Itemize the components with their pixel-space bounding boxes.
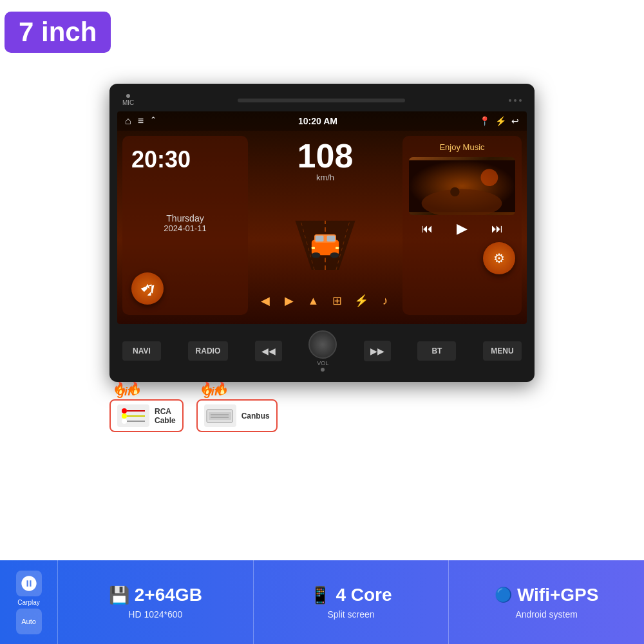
top-dot-1 <box>509 99 511 102</box>
status-bar: ⌂ ≡ ⌃ 10:20 AM 📍 ⚡ ↩ <box>117 111 527 131</box>
gift-item-rca: 🔥 🔥 gift RCACable <box>109 399 184 432</box>
back-icon[interactable]: ↩ <box>511 116 519 126</box>
gifts-section: 🔥 🔥 gift RCACable 🔥 <box>109 399 535 432</box>
nav-button[interactable] <box>131 272 164 305</box>
core-icon: 📱 <box>310 585 330 605</box>
vol-knob[interactable] <box>308 330 337 359</box>
album-art-svg <box>409 157 515 215</box>
svg-point-16 <box>450 187 459 196</box>
screen[interactable]: ⌂ ≡ ⌃ 10:20 AM 📍 ⚡ ↩ 20:30 Thursday 2024… <box>117 111 527 324</box>
storage-sub: HD 1024*600 <box>128 609 182 620</box>
svg-rect-12 <box>336 247 339 249</box>
svg-rect-8 <box>327 236 336 242</box>
bt-button[interactable]: BT <box>417 341 456 361</box>
svg-point-10 <box>330 252 339 258</box>
svg-rect-11 <box>312 247 315 249</box>
rca-cable-image <box>117 404 149 427</box>
svg-point-17 <box>122 408 127 413</box>
road-svg <box>253 199 397 270</box>
svg-point-18 <box>122 413 127 419</box>
cd-slot <box>238 99 405 102</box>
enjoy-music-label: Enjoy Music <box>409 142 515 152</box>
status-time: 10:20 AM <box>298 116 337 126</box>
top-dots <box>509 99 522 102</box>
svg-rect-24 <box>209 412 231 420</box>
radio-top-bar: MIC <box>117 91 527 111</box>
nav-arrow-btn[interactable]: ▲ <box>301 289 325 312</box>
svg-rect-7 <box>316 236 324 242</box>
gift-label-2: gift <box>204 385 222 399</box>
center-panel: 108 km/h <box>253 136 397 315</box>
back-btn[interactable]: ◀ <box>254 289 277 312</box>
mic-section: MIC <box>122 94 134 106</box>
bluetooth-icon[interactable]: ⚡ <box>495 116 506 126</box>
up-icon[interactable]: ⌃ <box>150 115 156 127</box>
top-dot-3 <box>519 99 522 102</box>
location-icon[interactable]: 📍 <box>479 116 490 126</box>
status-right-icons: 📍 ⚡ ↩ <box>479 116 519 126</box>
music-btn[interactable]: ♪ <box>374 289 397 312</box>
carplay-label: Carplay <box>17 599 39 606</box>
gift-box-rca: RCACable <box>109 399 184 432</box>
rca-label: RCACable <box>155 407 176 425</box>
carplay-icon <box>16 571 42 596</box>
speed-display: 108 km/h <box>298 139 354 182</box>
svg-point-19 <box>122 419 127 424</box>
core-value: 4 Core <box>336 585 392 605</box>
bt-btn[interactable]: ⚡ <box>350 289 373 312</box>
screen-content: 20:30 Thursday 2024-01-11 108 km/h <box>117 131 527 320</box>
clock-date: 2024-01-11 <box>131 223 239 233</box>
status-left-icons: ⌂ ≡ ⌃ <box>125 115 156 127</box>
next-track-btn[interactable]: ⏭ <box>491 222 503 236</box>
music-controls: ⏮ ▶ ⏭ <box>409 220 515 237</box>
spec-storage: 💾 2+64GB HD 1024*600 <box>58 560 254 644</box>
prev-track-btn[interactable]: ⏮ <box>421 222 433 236</box>
physical-controls: NAVI RADIO ◀◀ VOL ▶▶ BT MENU <box>117 324 527 372</box>
play-pause-btn[interactable]: ▶ <box>457 220 468 237</box>
menu-icon[interactable]: ≡ <box>138 115 144 127</box>
mic-label: MIC <box>122 99 134 106</box>
navi-button[interactable]: NAVI <box>122 341 161 361</box>
vol-label: VOL <box>317 360 328 366</box>
play-btn[interactable]: ▶ <box>278 289 301 312</box>
size-badge: 7 inch <box>5 12 111 53</box>
core-main: 📱 4 Core <box>310 585 392 605</box>
storage-main: 💾 2+64GB <box>109 585 202 605</box>
settings-button[interactable]: ⚙ <box>483 242 515 274</box>
svg-point-9 <box>312 252 321 258</box>
bottom-icons-row: ◀ ▶ ▲ ⊞ ⚡ ♪ <box>253 287 397 315</box>
spec-connectivity: 🔵 Wifi+GPS Android system <box>449 560 644 644</box>
top-dot-2 <box>514 99 516 102</box>
vol-area: VOL <box>308 330 337 372</box>
home-icon[interactable]: ⌂ <box>125 115 131 127</box>
specs-bar: Carplay Auto 💾 2+64GB HD 1024*600 📱 4 Co… <box>0 560 644 644</box>
gift-box-canbus: Canbus <box>196 399 278 432</box>
power-dot <box>321 368 325 372</box>
gift-label-1: gift <box>117 385 135 399</box>
spec-core: 📱 4 Core Split screen <box>254 560 450 644</box>
storage-icon: 💾 <box>109 585 129 605</box>
menu-button[interactable]: MENU <box>483 341 522 361</box>
clock-day: Thursday <box>131 213 239 223</box>
prev-button[interactable]: ◀◀ <box>255 341 282 361</box>
canbus-image <box>204 404 236 427</box>
canbus-label: Canbus <box>242 412 270 421</box>
mic-dot <box>126 94 130 98</box>
bluetooth-wifi-icon: 🔵 <box>495 587 512 603</box>
core-sub: Split screen <box>327 609 374 620</box>
connectivity-sub: Android system <box>515 609 577 620</box>
apps-btn[interactable]: ⊞ <box>326 289 349 312</box>
music-panel: Enjoy Music <box>402 136 522 315</box>
car-road-container <box>253 199 397 270</box>
carplay-section: Carplay Auto <box>0 560 58 644</box>
svg-point-15 <box>480 169 498 186</box>
android-auto-icon: Auto <box>16 609 42 634</box>
next-button[interactable]: ▶▶ <box>364 341 391 361</box>
radio-unit: MIC ⌂ ≡ ⌃ 10:20 AM 📍 ⚡ ↩ <box>109 84 535 382</box>
auto-label: Auto <box>21 618 36 625</box>
radio-button[interactable]: RADIO <box>188 341 229 361</box>
clock-panel: 20:30 Thursday 2024-01-11 <box>122 136 248 315</box>
album-art <box>409 157 515 215</box>
clock-time: 20:30 <box>131 146 239 173</box>
connectivity-main: 🔵 Wifi+GPS <box>495 585 599 605</box>
